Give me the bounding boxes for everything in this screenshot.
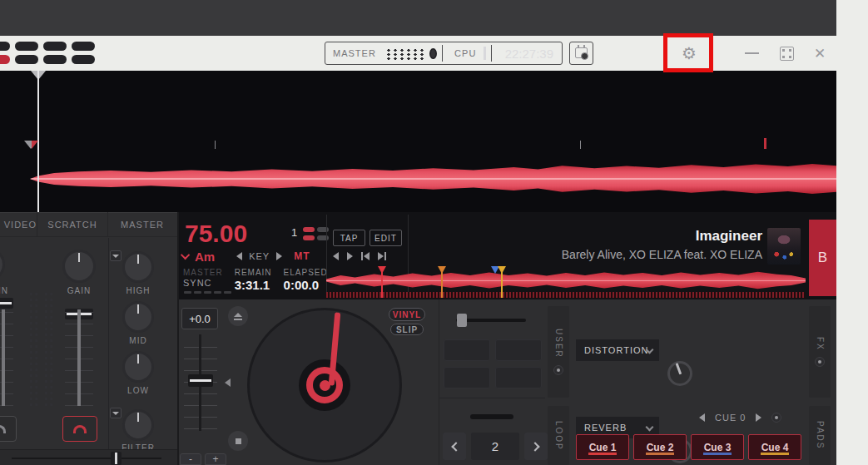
- loop-double-button[interactable]: [524, 433, 548, 460]
- track-artist: Barely Alive, XO ELIZA feat. XO ELIZA: [466, 248, 762, 261]
- ch2-headphone-button[interactable]: [62, 416, 97, 442]
- logo-pill: [72, 55, 95, 64]
- loop-panel-strip[interactable]: LOOP: [548, 406, 569, 465]
- user-panel-strip[interactable]: USER: [548, 306, 569, 398]
- deck-b-badge[interactable]: B: [809, 220, 836, 296]
- divider: [439, 299, 439, 465]
- video-transition-slider-handle[interactable]: [457, 314, 467, 327]
- filter-dropdown-button[interactable]: [110, 408, 122, 418]
- rhythm-waveform-area[interactable]: [0, 71, 836, 212]
- eject-button[interactable]: [228, 306, 248, 326]
- sync-label[interactable]: SYNC: [183, 278, 223, 288]
- minimize-button[interactable]: [739, 42, 764, 65]
- cue2-button[interactable]: Cue 2: [633, 434, 687, 460]
- pad-button[interactable]: [444, 339, 490, 361]
- pitch-plus-button[interactable]: +: [205, 453, 226, 465]
- eq-high-label: HIGH: [119, 286, 157, 295]
- titlebar: [0, 0, 836, 36]
- pad-button[interactable]: [495, 339, 542, 361]
- cue-marker-yellow[interactable]: [501, 266, 503, 298]
- crossfader-handle[interactable]: [111, 452, 122, 465]
- tap-button[interactable]: TAP: [333, 230, 365, 246]
- tab-video[interactable]: VIDEO: [0, 212, 37, 236]
- tab-scratch[interactable]: SCRATCH: [37, 212, 108, 236]
- eq-low-knob[interactable]: [122, 351, 154, 383]
- ch2-gain-knob[interactable]: [62, 250, 96, 283]
- fx-slot2-name: REVERB: [584, 423, 627, 433]
- stop-button[interactable]: [228, 431, 248, 451]
- skip-start-button[interactable]: [361, 252, 370, 260]
- cue1-button[interactable]: Cue 1: [576, 434, 629, 460]
- jog-wheel[interactable]: [247, 308, 402, 463]
- pads-panel-strip[interactable]: PADS: [809, 406, 831, 465]
- cue-bank-selector: CUE 0: [699, 413, 796, 423]
- pad-button[interactable]: [444, 367, 490, 388]
- ch1-volume-fader[interactable]: [0, 298, 13, 309]
- ch1-fader-track: [2, 309, 5, 406]
- cue-marker-red[interactable]: [381, 266, 383, 298]
- logo-pill-red: [0, 55, 10, 64]
- elapsed-block[interactable]: ELAPSED 0:00.0: [284, 268, 328, 292]
- edit-button[interactable]: EDIT: [370, 230, 402, 246]
- eq-mid-knob[interactable]: [122, 301, 154, 333]
- cue-bank-led[interactable]: [771, 413, 781, 423]
- fx-panel-strip[interactable]: FX: [809, 306, 831, 398]
- pitch-minus-button[interactable]: -: [180, 453, 201, 465]
- virtualdj-window: MASTER CPU 22:27:39 ⚙ ✕ VIDEO SCRATCH MA…: [0, 0, 868, 465]
- skip-end-button[interactable]: [378, 252, 386, 260]
- crossfader-track: [12, 458, 161, 459]
- remain-block[interactable]: REMAIN 3:31.1: [235, 268, 272, 292]
- master-meter-group: MASTER CPU 22:27:39: [325, 42, 563, 65]
- key-value[interactable]: Am: [195, 250, 215, 264]
- loop-position-bar[interactable]: [470, 414, 513, 419]
- cue-marker-orange[interactable]: [441, 266, 443, 298]
- eq-high-knob[interactable]: [122, 251, 154, 283]
- loop-half-button[interactable]: [443, 433, 466, 460]
- scheduler-button[interactable]: [569, 42, 593, 65]
- pitch-value[interactable]: +0.0: [181, 308, 218, 329]
- album-art[interactable]: [767, 228, 801, 265]
- ch2-gain-label: GAIN: [60, 286, 98, 295]
- cue-marker-blue[interactable]: [494, 266, 496, 275]
- jog-center-dot: [320, 380, 330, 391]
- sync-block[interactable]: MASTER SYNC: [183, 268, 223, 292]
- master-tempo-toggle[interactable]: MT: [294, 250, 310, 262]
- beat-phase-leds: [303, 227, 329, 240]
- ch1-headphone-button[interactable]: [0, 416, 17, 442]
- filter-knob[interactable]: [122, 409, 154, 441]
- fx-slot1-knob[interactable]: [667, 361, 692, 386]
- eq-low-label: LOW: [119, 386, 157, 395]
- phrase-tick: [215, 141, 216, 149]
- chevron-down-icon: [646, 423, 654, 432]
- eject-icon: [234, 313, 242, 317]
- vu-meter-right: [43, 291, 54, 406]
- fx-slot1-select[interactable]: DISTORTION: [576, 339, 659, 361]
- remain-value: 3:31.1: [235, 278, 272, 292]
- time-displays: MASTER SYNC REMAIN 3:31.1 ELAPSED 0:00.0: [183, 268, 328, 292]
- maximize-button[interactable]: [774, 42, 799, 65]
- deck-b-waveform: [30, 161, 836, 197]
- cue-bank-prev-icon[interactable]: [699, 413, 705, 422]
- user-strip-led: [553, 365, 563, 375]
- close-button[interactable]: ✕: [807, 42, 832, 65]
- cue-bank-next-icon[interactable]: [756, 413, 761, 422]
- key-up-icon[interactable]: [276, 252, 282, 260]
- move-back-icon[interactable]: [333, 252, 339, 260]
- pitch-fader-handle[interactable]: [188, 374, 213, 387]
- cue3-button[interactable]: Cue 3: [691, 434, 744, 460]
- user-strip-label: USER: [554, 329, 563, 359]
- divider: [439, 398, 545, 398]
- move-forward-icon[interactable]: [347, 252, 353, 260]
- eq-high-dropdown-button[interactable]: [110, 250, 122, 261]
- vinyl-mode-toggle[interactable]: VINYL: [389, 308, 425, 321]
- center-panel-tabs: VIDEO SCRATCH MASTER: [0, 212, 177, 237]
- loop-length-value[interactable]: 2: [471, 433, 519, 460]
- pad-button[interactable]: [495, 367, 542, 388]
- slip-mode-toggle[interactable]: SLIP: [390, 324, 424, 335]
- close-icon: ✕: [814, 45, 826, 62]
- cue4-button[interactable]: Cue 4: [748, 434, 801, 460]
- key-label: KEY: [249, 251, 270, 261]
- key-down-icon[interactable]: [236, 252, 242, 260]
- tab-master[interactable]: MASTER: [108, 212, 176, 236]
- bpm-display[interactable]: 75.00: [185, 220, 247, 248]
